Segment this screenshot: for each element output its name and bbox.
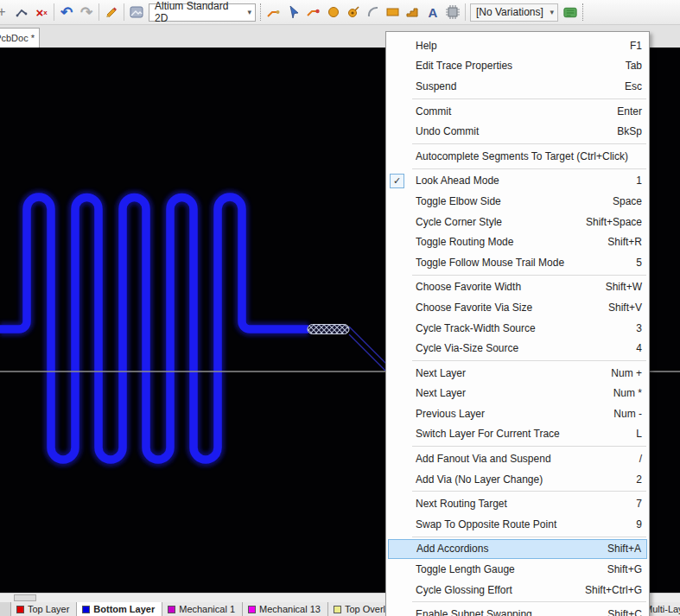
menu-separator xyxy=(412,360,646,361)
menu-item-shortcut: Shift+A xyxy=(597,543,641,555)
chevron-down-icon: ▾ xyxy=(242,8,251,16)
menu-item[interactable]: Toggle Elbow SideSpace xyxy=(386,191,649,212)
route-conflict-icon[interactable] xyxy=(306,3,321,21)
toolbar-separator xyxy=(124,3,124,21)
clear-filter-icon[interactable]: ×x xyxy=(34,3,49,21)
menu-item-shortcut: Enter xyxy=(607,105,642,117)
layer-tab-label: Top Layer xyxy=(28,604,69,614)
string-icon[interactable]: A xyxy=(425,3,441,21)
menu-item[interactable]: Next Routing Target7 xyxy=(386,493,649,514)
image-icon[interactable] xyxy=(129,3,144,21)
crosshair-icon[interactable]: + xyxy=(0,3,10,21)
layer-tab[interactable]: Mechanical 13 xyxy=(243,602,328,616)
menu-item-shortcut: L xyxy=(626,428,642,440)
arc-icon[interactable] xyxy=(365,3,381,21)
toolbar-separator xyxy=(260,3,262,21)
menu-item[interactable]: Undo CommitBkSp xyxy=(386,121,649,142)
menu-separator xyxy=(412,143,646,144)
menu-item[interactable]: Add Fanout Via and Suspend/ xyxy=(386,448,649,469)
menu-item[interactable]: Cycle Glossing EffortShift+Ctrl+G xyxy=(386,580,649,600)
pointer-icon[interactable] xyxy=(286,3,302,21)
menu-item[interactable]: Swap To Opposite Route Point9 xyxy=(386,514,649,535)
menu-item-label: Add Via (No Layer Change) xyxy=(416,473,626,486)
menu-item-shortcut: 1 xyxy=(626,175,642,187)
layer-tab[interactable]: Top Layer xyxy=(11,602,77,616)
menu-item-shortcut: Shift+V xyxy=(598,302,642,314)
menu-item-label: Switch Layer For Current Trace xyxy=(416,428,626,440)
menu-item[interactable]: Toggle Length GaugeShift+G xyxy=(386,559,649,580)
document-tab[interactable]: PcbDoc * xyxy=(0,28,40,48)
menu-item[interactable]: ✓Look Ahead Mode1 xyxy=(386,171,649,192)
menu-item[interactable]: HelpF1 xyxy=(386,35,649,56)
menu-item-shortcut: 7 xyxy=(626,498,642,510)
menu-item[interactable]: Next LayerNum + xyxy=(386,363,649,384)
menu-item-shortcut: Shift+C xyxy=(597,608,642,616)
scrollbar-thumb[interactable] xyxy=(14,594,36,601)
menu-item[interactable]: Cycle Track-Width Source3 xyxy=(386,318,649,339)
menu-item[interactable]: SuspendEsc xyxy=(386,76,649,97)
menu-item-label: Look Ahead Mode xyxy=(416,175,626,187)
menu-item[interactable]: Toggle Follow Mouse Trail Mode5 xyxy=(386,252,649,273)
toolbar-separator xyxy=(99,3,99,21)
menu-item-shortcut: 2 xyxy=(626,473,642,486)
snap-icon[interactable] xyxy=(14,3,29,21)
menu-item[interactable]: Add AccordionsShift+A xyxy=(388,539,647,560)
menu-separator xyxy=(412,537,646,537)
menu-item[interactable]: Enable Subnet SwappingShift+C xyxy=(386,604,649,616)
menu-separator xyxy=(412,168,646,169)
menu-item-shortcut: / xyxy=(629,453,642,465)
variations-select[interactable]: [No Variations] ▾ xyxy=(470,3,558,22)
view-mode-select[interactable]: Altium Standard 2D ▾ xyxy=(149,3,256,22)
menu-item-label: Help xyxy=(416,40,620,52)
menu-item-shortcut: Shift+W xyxy=(595,281,642,293)
menu-item-label: Next Layer xyxy=(416,367,601,379)
component-icon[interactable] xyxy=(445,3,461,21)
menu-item-label: Edit Trace Properties xyxy=(416,60,615,72)
menu-item[interactable]: Edit Trace PropertiesTab xyxy=(386,56,649,77)
menu-item-label: Add Accordions xyxy=(416,543,597,555)
menu-item-shortcut: Num - xyxy=(603,408,642,420)
menu-item[interactable]: Switch Layer For Current TraceL xyxy=(386,424,649,445)
menu-item-label: Toggle Follow Mouse Trail Mode xyxy=(416,257,626,269)
pad-icon[interactable] xyxy=(326,3,341,21)
layer-tab-scroll-stub[interactable] xyxy=(0,602,11,616)
annotate-pencil-icon[interactable] xyxy=(104,3,119,21)
main-toolbar: + ×x ↶ ↷ Altium xyxy=(0,0,680,25)
menu-separator xyxy=(412,446,646,447)
menu-item[interactable]: Next LayerNum * xyxy=(386,384,649,404)
menu-item-shortcut: Shift+R xyxy=(597,236,642,248)
fill-icon[interactable] xyxy=(385,3,401,21)
menu-item[interactable]: Previous LayerNum - xyxy=(386,403,649,424)
route-icon[interactable] xyxy=(266,3,282,21)
check-icon: ✓ xyxy=(390,174,404,188)
menu-item[interactable]: Cycle Via-Size Source4 xyxy=(386,338,649,359)
board-icon[interactable] xyxy=(562,3,578,21)
layer-tab[interactable]: Bottom Layer xyxy=(77,602,162,616)
layer-tab[interactable]: Mechanical 1 xyxy=(162,602,243,616)
menu-item[interactable]: Add Via (No Layer Change)2 xyxy=(386,469,649,490)
altium-pcb-editor-window: { "toolbar": { "view_mode": "Altium Stan… xyxy=(0,0,680,616)
toolbar-grip[interactable] xyxy=(582,3,588,21)
menu-item-label: Next Layer xyxy=(416,387,603,399)
menu-item[interactable]: Cycle Corner StyleShift+Space xyxy=(386,212,649,232)
menu-item-shortcut: F1 xyxy=(620,40,642,52)
menu-item-shortcut: Shift+Space xyxy=(575,216,642,228)
layer-color-swatch xyxy=(334,606,341,613)
via-icon[interactable] xyxy=(346,3,361,21)
menu-item-shortcut: Shift+G xyxy=(597,563,642,575)
menu-item-label: Enable Subnet Swapping xyxy=(416,608,597,616)
menu-item[interactable]: Choose Favorite WidthShift+W xyxy=(386,277,649,298)
polygon-pour-icon[interactable] xyxy=(405,3,421,21)
menu-item[interactable]: Autocomplete Segments To Target (Ctrl+Cl… xyxy=(386,146,649,167)
menu-item-shortcut: 9 xyxy=(626,518,642,530)
menu-item[interactable]: Choose Favorite Via SizeShift+V xyxy=(386,297,649,318)
menu-item[interactable]: CommitEnter xyxy=(386,101,649,122)
menu-item[interactable]: Toggle Routing ModeShift+R xyxy=(386,232,649,252)
toolbar-separator xyxy=(465,3,466,21)
undo-icon[interactable]: ↶ xyxy=(59,3,74,21)
menu-item-shortcut: Tab xyxy=(615,60,642,72)
redo-icon[interactable]: ↷ xyxy=(79,3,94,21)
menu-item-shortcut: Esc xyxy=(614,80,642,92)
menu-item-label: Choose Favorite Via Size xyxy=(416,302,598,314)
menu-item-shortcut: Num + xyxy=(601,367,642,379)
